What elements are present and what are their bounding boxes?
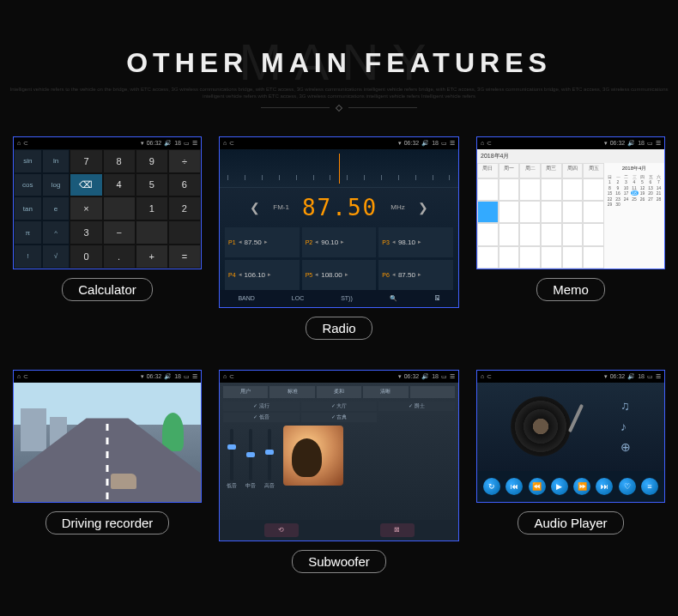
memo-cell[interactable] bbox=[583, 223, 604, 245]
calc-key[interactable]: ⌫ bbox=[70, 173, 102, 197]
cal-date[interactable]: 29 bbox=[606, 202, 614, 207]
calc-key-cos[interactable]: cos bbox=[14, 173, 42, 197]
cal-date[interactable]: 8 bbox=[606, 185, 614, 190]
cal-date[interactable]: 19 bbox=[639, 190, 646, 196]
calc-key[interactable]: 6 bbox=[168, 173, 201, 197]
calc-key[interactable]: × bbox=[70, 196, 102, 220]
cal-date[interactable]: 14 bbox=[655, 185, 663, 190]
memo-cell[interactable] bbox=[477, 223, 499, 245]
back-icon[interactable]: ⊂ bbox=[487, 373, 492, 380]
cal-date[interactable]: 9 bbox=[614, 185, 622, 190]
cal-date[interactable]: 21 bbox=[655, 190, 663, 196]
memo-cell[interactable] bbox=[499, 201, 520, 223]
eq-preset[interactable]: ✓ 大厅 bbox=[301, 402, 378, 411]
calc-key[interactable]: ÷ bbox=[168, 149, 201, 173]
eq-preset[interactable]: ✓ 古典 bbox=[301, 413, 378, 422]
back-icon[interactable]: ⊂ bbox=[23, 140, 28, 147]
back-icon[interactable]: ⊂ bbox=[487, 140, 492, 147]
eq-tab[interactable]: 清晰 bbox=[363, 386, 408, 398]
cal-date[interactable]: 16 bbox=[614, 190, 622, 196]
eq-preset[interactable]: ✓ 流行 bbox=[223, 402, 300, 411]
memo-cell[interactable] bbox=[477, 246, 499, 269]
eq-preset[interactable]: ✓ 爵士 bbox=[378, 402, 455, 411]
cal-date[interactable]: 11 bbox=[631, 185, 639, 190]
memo-cell[interactable] bbox=[562, 223, 584, 245]
memo-cell[interactable] bbox=[562, 246, 584, 269]
back-icon[interactable]: ⊂ bbox=[23, 373, 28, 380]
home-icon[interactable]: ⌂ bbox=[223, 140, 227, 146]
memo-cell[interactable] bbox=[499, 246, 520, 269]
cal-date[interactable]: 2 bbox=[614, 179, 622, 184]
calc-key-π[interactable]: π bbox=[14, 220, 42, 245]
calc-key[interactable]: 8 bbox=[103, 149, 136, 173]
radio-bottom-button[interactable]: LOC bbox=[292, 295, 304, 302]
memo-cell[interactable] bbox=[562, 178, 584, 201]
cal-date[interactable]: 17 bbox=[622, 190, 630, 196]
memo-cell[interactable] bbox=[519, 178, 541, 201]
memo-cell[interactable] bbox=[541, 201, 562, 223]
memo-calendar[interactable]: 2018年4月 日一二三四五六1234567891011121314151617… bbox=[604, 163, 664, 269]
calc-key-sin[interactable]: sin bbox=[14, 149, 42, 173]
tune-right-button[interactable]: ❯ bbox=[418, 201, 428, 214]
calc-key[interactable]: − bbox=[103, 220, 136, 245]
cal-date[interactable]: 4 bbox=[631, 179, 639, 184]
audio-control-button[interactable]: ⏪ bbox=[529, 478, 546, 495]
eq-slider-低音[interactable]: 低音 bbox=[227, 429, 237, 513]
cal-date[interactable]: 24 bbox=[622, 196, 630, 202]
cal-date[interactable]: 5 bbox=[639, 179, 646, 184]
calc-key[interactable] bbox=[136, 220, 168, 245]
memo-cell[interactable] bbox=[583, 201, 604, 223]
cal-date[interactable]: 12 bbox=[639, 185, 646, 190]
home-icon[interactable]: ⌂ bbox=[481, 373, 484, 379]
memo-cell[interactable] bbox=[562, 201, 584, 223]
memo-cell[interactable] bbox=[541, 223, 562, 245]
radio-dial[interactable] bbox=[220, 149, 458, 188]
radio-bottom-button[interactable]: 🔍 bbox=[390, 295, 397, 302]
radio-preset-P1[interactable]: P1◂87.50▸ bbox=[225, 227, 300, 257]
cal-date[interactable]: 30 bbox=[614, 202, 622, 207]
calc-key[interactable]: 2 bbox=[168, 196, 201, 220]
audio-control-button[interactable]: ⏩ bbox=[573, 478, 590, 495]
eq-slider-中音[interactable]: 中音 bbox=[245, 429, 256, 513]
audio-control-button[interactable]: ♡ bbox=[619, 478, 636, 495]
tune-left-button[interactable]: ❮ bbox=[250, 201, 260, 214]
radio-bottom-button[interactable]: BAND bbox=[238, 295, 254, 302]
home-icon[interactable]: ⌂ bbox=[17, 373, 21, 379]
eq-bottom-button[interactable]: ⊠ bbox=[380, 523, 415, 537]
calc-key[interactable]: = bbox=[168, 245, 201, 269]
radio-bottom-button[interactable]: 🖫 bbox=[434, 295, 440, 302]
radio-preset-P3[interactable]: P3◂98.10▸ bbox=[378, 227, 453, 257]
home-icon[interactable]: ⌂ bbox=[223, 373, 227, 379]
calc-key[interactable]: 4 bbox=[103, 173, 136, 197]
menu-icon[interactable]: ☰ bbox=[192, 373, 197, 380]
cal-date[interactable]: 20 bbox=[647, 190, 655, 196]
calc-key-log[interactable]: log bbox=[42, 173, 70, 197]
calc-key[interactable]: 9 bbox=[136, 149, 168, 173]
eq-tab[interactable]: 标准 bbox=[269, 386, 314, 398]
memo-cell[interactable] bbox=[519, 246, 541, 269]
memo-cell[interactable] bbox=[519, 201, 541, 223]
memo-cell[interactable] bbox=[499, 223, 520, 245]
calc-key-^[interactable]: ^ bbox=[42, 220, 70, 245]
audio-control-button[interactable]: ≡ bbox=[641, 478, 658, 495]
memo-cell[interactable] bbox=[477, 201, 499, 223]
calc-key[interactable] bbox=[103, 196, 136, 220]
cal-date[interactable]: 26 bbox=[639, 196, 646, 202]
memo-cell[interactable] bbox=[519, 223, 541, 245]
home-icon[interactable]: ⌂ bbox=[17, 140, 21, 146]
menu-icon[interactable]: ☰ bbox=[192, 140, 197, 147]
radio-preset-P5[interactable]: P5◂108.00▸ bbox=[302, 260, 377, 290]
cal-date[interactable]: 10 bbox=[622, 185, 630, 190]
back-icon[interactable]: ⊂ bbox=[229, 373, 234, 380]
back-icon[interactable]: ⊂ bbox=[229, 140, 234, 147]
calc-key-![interactable]: ! bbox=[14, 245, 42, 269]
memo-week-grid[interactable]: 周日周一周二周三周四周五 bbox=[477, 163, 604, 269]
calc-key[interactable]: . bbox=[103, 245, 136, 269]
memo-cell[interactable] bbox=[477, 178, 499, 201]
calc-key[interactable]: 0 bbox=[70, 245, 102, 269]
cal-date[interactable]: 28 bbox=[655, 196, 663, 202]
eq-tab[interactable]: 用户 bbox=[223, 386, 268, 398]
cal-date[interactable]: 7 bbox=[655, 179, 663, 184]
audio-side-icon[interactable]: ♫ bbox=[620, 399, 631, 413]
cal-date[interactable]: 1 bbox=[606, 179, 614, 184]
